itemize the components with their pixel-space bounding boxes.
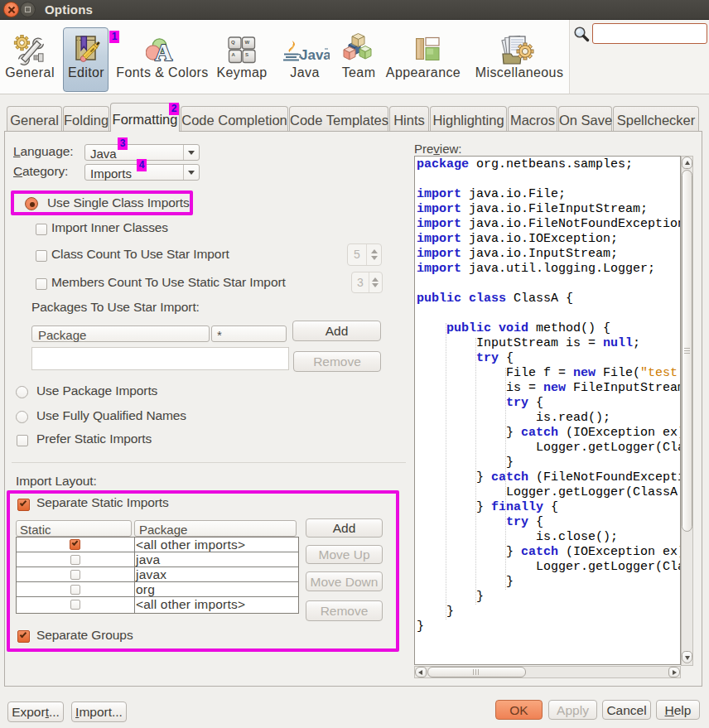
svg-text:S: S xyxy=(245,52,248,57)
svg-text:A: A xyxy=(155,39,172,64)
svg-text:Java: Java xyxy=(300,47,330,63)
svg-text:W: W xyxy=(245,40,250,45)
svg-text:Q: Q xyxy=(231,40,235,45)
svg-text:A: A xyxy=(232,52,236,57)
